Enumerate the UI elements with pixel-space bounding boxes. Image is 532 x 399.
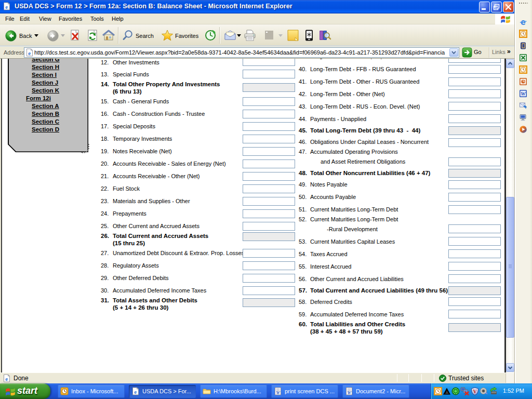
svg-text:V: V <box>473 389 477 394</box>
svg-text:e: e <box>5 4 8 10</box>
svg-text:W: W <box>521 90 526 97</box>
svg-text:e: e <box>134 389 137 395</box>
svg-text:e: e <box>5 376 8 382</box>
svg-text:e: e <box>28 50 31 56</box>
